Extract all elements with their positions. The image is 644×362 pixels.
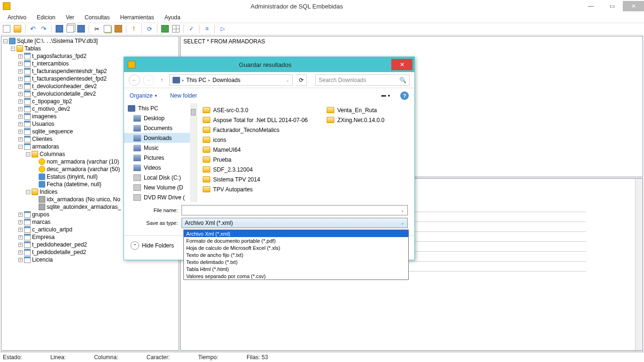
tool-paste-icon[interactable] [114,24,123,33]
file-item[interactable]: ZXing.Net.0.14.0.0 [321,115,414,125]
chevron-down-icon[interactable]: ⌄ [286,78,289,82]
tool-grid-icon[interactable] [171,24,181,33]
file-item[interactable]: SDF_2.3.12004 [197,165,321,174]
maximize-button[interactable]: ▭ [602,1,623,11]
sidebar-item[interactable]: DVD RW Drive ( [124,192,197,202]
tool-copy-icon[interactable] [66,24,75,33]
tool-copy2-icon[interactable] [103,24,112,33]
breadcrumb[interactable]: ▸ This PC ▸ Downloads ⌄ [169,74,293,86]
toolbar: ↶ ↷ ✂ ! ⟳ ✓ ≡ ▷ [0,23,644,35]
sidebar-item[interactable]: New Volume (D [124,182,197,192]
window-title: Administrador de SQL Embebidas [13,3,580,10]
separator [89,25,89,33]
tool-undo-icon[interactable]: ↶ [28,24,38,33]
scrollbar[interactable] [635,179,643,350]
sidebar-item[interactable]: Downloads [124,133,197,143]
dialog-toolbar: Organize▼ New folder ▪▪▪▼ ? [124,88,414,103]
new-folder-button[interactable]: New folder [170,92,197,99]
status-linea: Linea: [50,354,66,361]
dropdown-option[interactable]: Hoja de calculo de Microsoft Excel (*.xl… [184,244,408,251]
sidebar-item[interactable]: Local Disk (C:) [124,173,197,182]
view-button[interactable]: ▪▪▪▼ [381,92,391,99]
tool-new-icon[interactable] [2,24,11,33]
search-input[interactable]: Search Downloads 🔍 [315,74,410,86]
dropdown-option[interactable]: Archivo Xml (*.xml) [184,230,408,237]
help-icon[interactable]: ? [400,91,409,100]
status-caracter: Caracter: [147,354,170,361]
tool-play-icon[interactable]: ▷ [218,24,227,33]
status-bar: Estado: Linea: Columna: Caracter: Tiempo… [0,352,644,362]
file-list[interactable]: ASE-src-0.3.0Aspose Total for .Net DLL 2… [197,103,414,202]
file-item[interactable]: ASE-src-0.3.0 [197,105,321,115]
menu-bar: Archivo Edicion Ver Consultas Herramient… [0,12,644,23]
dialog-titlebar[interactable]: Guardar resultados ✕ [124,57,414,72]
tool-run-icon[interactable] [160,24,170,33]
tool-save-icon[interactable] [55,24,64,33]
separator [157,25,157,33]
separator [126,25,126,33]
sidebar-item[interactable]: Desktop [124,113,197,123]
dropdown-option[interactable]: Tabla Html (*.html) [184,265,408,272]
menu-edicion[interactable]: Edicion [32,13,60,22]
breadcrumb-segment[interactable]: Downloads [213,77,240,83]
tool-redo-icon[interactable]: ↷ [39,24,49,33]
save-type-dropdown[interactable]: Archivo Xml (*.xml)Formato de documento … [183,230,409,280]
app-icon [3,2,10,10]
save-type-combo[interactable]: Archivo Xml (*.xml)⌄ [182,218,408,228]
breadcrumb-segment[interactable]: This PC [186,77,206,83]
sidebar-item[interactable]: Videos [124,163,197,173]
status-filas: Filas: 53 [247,354,268,361]
dialog-fields: File name: ⌄ Save as type: Archivo Xml (… [124,202,414,233]
sidebar-item[interactable]: Documents [124,123,197,133]
tree-db-root[interactable]: −SqLite [C:\. . .\Sistema TPV.db3] [1,37,179,45]
hide-folders-button[interactable]: ⌃ Hide Folders [131,241,174,250]
menu-ver[interactable]: Ver [61,13,79,22]
menu-herramientas[interactable]: Herramientas [116,13,159,22]
dropdown-option[interactable]: Valores separado por coma (*.csv) [184,272,408,280]
file-name-input[interactable]: ⌄ [182,205,408,215]
search-icon: 🔍 [399,77,406,83]
dialog-sidebar: This PCDesktopDocumentsDownloadsMusicPic… [124,103,197,202]
minimize-button[interactable]: — [580,1,602,11]
organize-button[interactable]: Organize▼ [130,92,158,99]
save-type-label: Save as type: [131,220,182,226]
tool-list-icon[interactable]: ≡ [202,24,212,33]
dropdown-option[interactable]: Texto delimitado (*.txt) [184,258,408,265]
sidebar-scrollbar[interactable] [190,103,197,202]
file-item[interactable]: icons [197,135,321,145]
dialog-icon [128,61,135,68]
status-columna: Columna: [94,354,118,361]
file-item[interactable]: TPV Autopartes [197,184,321,194]
sidebar-item[interactable]: This PC [124,103,197,113]
tool-refresh-icon[interactable]: ⟳ [145,24,154,33]
file-item[interactable]: Venta_En_Ruta [321,105,414,115]
file-item[interactable]: Sistema TPV 2014 [197,174,321,184]
file-item[interactable]: Facturador_TecnoMetalics [197,125,321,135]
tool-check-icon[interactable]: ✓ [187,24,196,33]
status-estado: Estado: [3,354,22,361]
separator [51,25,52,33]
menu-consultas[interactable]: Consultas [80,13,114,22]
file-item[interactable]: Aspose Total for .Net DLL 2014-07-06 [197,115,321,125]
dialog-close-button[interactable]: ✕ [391,59,413,70]
separator [183,25,184,33]
menu-ayuda[interactable]: Ayuda [160,13,185,22]
file-item[interactable]: MameUI64 [197,145,321,155]
tool-warn-icon[interactable]: ! [129,24,139,33]
close-button[interactable]: ✕ [623,1,644,11]
tool-cut-icon[interactable]: ✂ [92,24,101,33]
menu-archivo[interactable]: Archivo [3,13,31,22]
file-item[interactable]: Prueba [197,155,321,165]
file-name-label: File name: [131,207,182,213]
nav-back-button[interactable]: ← [129,74,140,86]
tool-save2-icon[interactable] [76,24,86,33]
sidebar-item[interactable]: Music [124,143,197,153]
refresh-button[interactable]: ⟳ [296,74,307,86]
sidebar-item[interactable]: Pictures [124,153,197,163]
nav-up-button[interactable]: ↑ [157,75,166,85]
tree-tablas[interactable]: −Tablas [1,45,179,52]
dropdown-option[interactable]: Texto de ancho fijo (*.txt) [184,251,408,258]
dropdown-option[interactable]: Formato de documento portable (*.pdf) [184,237,408,244]
nav-forward-button[interactable]: → [143,74,154,86]
tool-open-icon[interactable] [13,24,22,33]
